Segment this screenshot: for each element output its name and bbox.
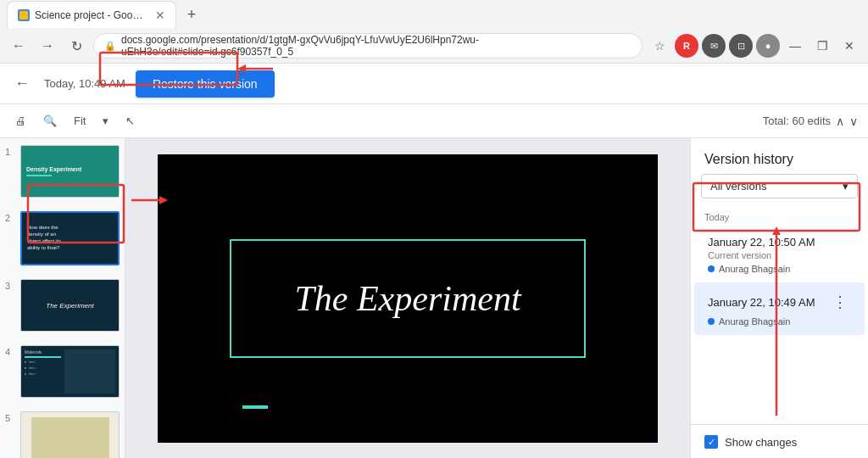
version-item-1-author: Anurag Bhagsain: [719, 264, 790, 274]
slide5-inner: [31, 417, 109, 458]
minimize-icon[interactable]: —: [783, 34, 807, 58]
tab-bar: Science project - Google Slides ✕ +: [0, 0, 868, 29]
tab-label: Science project - Google Slides: [35, 9, 143, 21]
slide-view[interactable]: The Experiment: [125, 138, 690, 458]
extension-icon-3[interactable]: ⊡: [729, 34, 753, 58]
refresh-nav-button[interactable]: ↻: [64, 34, 88, 58]
slide1-title-text: Density Experiment: [26, 166, 81, 172]
slide3-title-text: The Experiment: [46, 302, 93, 310]
slide-canvas: The Experiment: [158, 154, 658, 443]
restore-window-icon[interactable]: ❐: [810, 34, 834, 58]
author-dot-1: [708, 265, 715, 272]
slide-num-3: 3: [5, 279, 15, 291]
slide-thumb-2: How does thedensity of anobject affect i…: [20, 211, 120, 265]
close-window-icon[interactable]: ✕: [837, 34, 861, 58]
main-area: 1 Density Experiment 2 How does thedensi…: [0, 138, 868, 458]
show-changes-label: Show changes: [725, 436, 797, 449]
extension-icon-1[interactable]: R: [675, 34, 698, 58]
slide-toolbar: 🖨 🔍 Fit ▾ ↖ Total: 60 edits ∧ ∨: [0, 104, 868, 138]
zoom-icon: 🔍: [38, 111, 62, 131]
total-edits: Total: 60 edits ∧ ∨: [763, 114, 858, 128]
tab-favicon-inner: [19, 11, 28, 20]
slide1-bar: [26, 175, 52, 176]
edits-chevron-down[interactable]: ∨: [849, 114, 858, 128]
slide-thumb-5: [20, 411, 120, 458]
slide-panel: 1 Density Experiment 2 How does thedensi…: [0, 138, 125, 458]
address-bar[interactable]: 🔒 docs.google.com/presentation/d/1gtgM-g…: [93, 33, 643, 59]
slide-item-3[interactable]: 3 The Experiment: [0, 272, 125, 338]
app-time-label: Today, 10:49 AM: [44, 77, 125, 90]
profile-icon[interactable]: ●: [756, 34, 780, 58]
version-menu-button[interactable]: ⋮: [829, 291, 851, 313]
version-item-2[interactable]: January 22, 10:49 AM ⋮ Anurag Bhagsain: [694, 282, 865, 335]
zoom-level[interactable]: Fit: [69, 111, 91, 131]
slide2-text: How does thedensity of anobject affect i…: [27, 225, 61, 251]
slide-num-1: 1: [5, 145, 15, 157]
slide-thumb-1: Density Experiment: [20, 145, 120, 198]
version-item-2-header: January 22, 10:49 AM ⋮: [708, 291, 851, 313]
total-edits-label: Total: 60 edits: [763, 114, 831, 127]
browser-chrome: Science project - Google Slides ✕ + ← → …: [0, 0, 868, 64]
slide-thumb-3: The Experiment: [20, 279, 120, 332]
version-item-1[interactable]: January 22, 10:50 AM Current version Anu…: [694, 227, 865, 282]
version-spacer: [691, 335, 868, 424]
browser-toolbar-icons: ☆ R ✉ ⊡ ● — ❐ ✕: [648, 34, 861, 58]
show-changes-checkbox[interactable]: ✓: [704, 435, 718, 449]
slide-accent-bar: [242, 405, 268, 409]
slide-item-1[interactable]: 1 Density Experiment: [0, 138, 125, 204]
version-item-2-time: January 22, 10:49 AM: [708, 296, 815, 309]
version-item-1-label: Current version: [708, 250, 851, 260]
slide-thumb-4: Materials item item item: [20, 345, 120, 398]
restore-version-button[interactable]: Restore this version: [136, 70, 275, 98]
bookmark-icon[interactable]: ☆: [648, 34, 671, 58]
version-panel-title: Version history: [691, 138, 868, 174]
version-item-1-author-row: Anurag Bhagsain: [708, 264, 851, 274]
edits-chevron-up[interactable]: ∧: [836, 114, 844, 128]
slide-item-2[interactable]: 2 How does thedensity of anobject affect…: [0, 204, 125, 272]
pointer-tool-button[interactable]: ↖: [120, 111, 140, 131]
show-changes-row: ✓ Show changes: [691, 424, 868, 458]
forward-nav-button[interactable]: →: [36, 34, 59, 58]
version-filter-label: All versions: [710, 180, 766, 193]
new-tab-button[interactable]: +: [180, 3, 203, 26]
app-back-button[interactable]: ←: [10, 72, 34, 96]
tab-close-icon[interactable]: ✕: [155, 8, 165, 22]
slide-item-4[interactable]: 4 Materials item item item: [0, 338, 125, 405]
version-filter-dropdown[interactable]: All versions ▾: [701, 174, 858, 198]
zoom-dropdown-icon[interactable]: ▾: [97, 111, 114, 131]
slide-item-5[interactable]: 5: [0, 405, 125, 458]
tab-favicon: [18, 9, 30, 21]
version-history-panel: Version history All versions ▾ Today Jan…: [690, 138, 868, 458]
checkbox-checkmark: ✓: [708, 437, 715, 448]
version-filter-icon: ▾: [843, 180, 849, 193]
extension-icon-2[interactable]: ✉: [702, 34, 726, 58]
url-text: docs.google.com/presentation/d/1gtgM-gxQ…: [121, 34, 632, 58]
slide-main-title: The Experiment: [294, 278, 520, 319]
back-nav-button[interactable]: ←: [7, 34, 31, 58]
author-dot-2: [708, 318, 715, 325]
print-button[interactable]: 🖨: [10, 111, 31, 131]
address-bar-row: ← → ↻ 🔒 docs.google.com/presentation/d/1…: [0, 29, 868, 63]
version-item-2-author-row: Anurag Bhagsain: [708, 316, 851, 327]
slide-num-2: 2: [5, 211, 15, 223]
version-item-1-time: January 22, 10:50 AM: [708, 236, 851, 249]
version-item-2-author: Anurag Bhagsain: [719, 316, 790, 327]
slide-num-5: 5: [5, 411, 15, 423]
active-tab[interactable]: Science project - Google Slides ✕: [7, 1, 176, 28]
version-section-today: Today: [691, 209, 868, 227]
lock-icon: 🔒: [104, 41, 116, 52]
app-toolbar: ← Today, 10:49 AM Restore this version: [0, 64, 868, 104]
slide-num-4: 4: [5, 345, 15, 357]
